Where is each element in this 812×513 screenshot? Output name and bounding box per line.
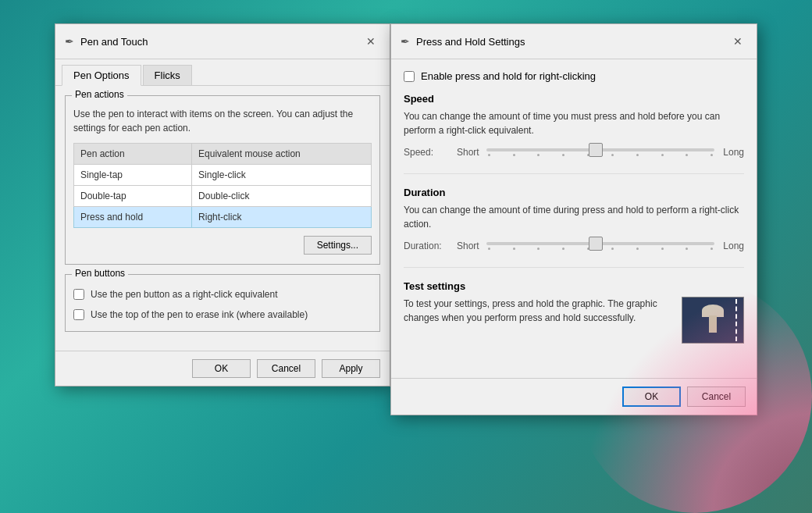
duration-slider-container	[486, 242, 714, 250]
press-hold-title-group: ✒ Press and Hold Settings	[401, 35, 525, 48]
pen-button-right-click-checkbox[interactable]	[73, 289, 84, 300]
speed-slider-thumb[interactable]	[589, 143, 603, 157]
table-row[interactable]: Double-tap Double-click	[74, 186, 372, 207]
duration-short-label: Short	[457, 240, 480, 251]
pen-touch-titlebar: ✒ Pen and Touch ✕	[55, 24, 390, 59]
action-press-hold: Press and hold	[74, 207, 192, 228]
duration-slider-thumb[interactable]	[589, 237, 603, 251]
table-row[interactable]: Single-tap Single-click	[74, 165, 372, 186]
speed-short-label: Short	[457, 147, 480, 158]
pen-top-erase-row[interactable]: Use the top of the pen to erase ink (whe…	[73, 308, 372, 322]
press-hold-dialog: ✒ Press and Hold Settings ✕ Enable press…	[390, 23, 757, 415]
action-single-tap: Single-tap	[74, 165, 192, 186]
pen-buttons-group: Pen buttons Use the pen button as a righ…	[65, 274, 380, 332]
col-pen-action: Pen action	[74, 144, 192, 165]
pen-touch-title: Pen and Touch	[80, 36, 148, 48]
pen-icon-ph: ✒	[401, 35, 410, 48]
press-hold-ok-button[interactable]: OK	[622, 387, 681, 407]
col-equivalent: Equivalent mouse action	[192, 144, 372, 165]
action-double-tap: Double-tap	[74, 186, 192, 207]
duration-slider-row: Duration: Short	[404, 240, 744, 251]
speed-slider-track	[486, 148, 714, 151]
enable-press-hold-label: Enable press and hold for right-clicking	[421, 70, 596, 82]
speed-slider-row: Speed: Short	[404, 147, 744, 158]
pen-touch-content: Pen actions Use the pen to interact with…	[55, 86, 390, 351]
duration-section: Duration You can change the amount of ti…	[404, 187, 744, 268]
pen-touch-cancel-button[interactable]: Cancel	[257, 359, 315, 378]
duration-title: Duration	[404, 187, 744, 198]
equiv-double-click: Double-click	[192, 186, 372, 207]
duration-label: Duration:	[404, 240, 451, 251]
test-settings-title: Test settings	[404, 280, 744, 292]
pen-button-right-click-label: Use the pen button as a right-click equi…	[91, 287, 277, 301]
equiv-right-click: Right-click	[192, 207, 372, 228]
pen-top-erase-label: Use the top of the pen to erase ink (whe…	[91, 308, 308, 322]
pen-top-erase-checkbox[interactable]	[73, 309, 84, 320]
speed-description: You can change the amount of time you mu…	[404, 109, 744, 137]
speed-title: Speed	[404, 93, 744, 105]
pen-touch-ok-button[interactable]: OK	[192, 359, 251, 378]
test-image[interactable]	[682, 297, 744, 344]
pen-touch-footer: OK Cancel Apply	[55, 351, 390, 386]
pen-buttons-legend: Pen buttons	[72, 268, 128, 279]
duration-slider-track	[486, 242, 714, 245]
tab-pen-options[interactable]: Pen Options	[62, 65, 141, 86]
equiv-single-click: Single-click	[192, 165, 372, 186]
test-settings-description: To test your settings, press and hold th…	[404, 297, 672, 325]
pen-button-right-click-row[interactable]: Use the pen button as a right-click equi…	[73, 287, 372, 301]
press-hold-title: Press and Hold Settings	[416, 36, 525, 48]
pen-icon: ✒	[65, 35, 74, 48]
table-row-selected[interactable]: Press and hold Right-click	[74, 207, 372, 228]
pen-actions-legend: Pen actions	[72, 89, 127, 100]
speed-section: Speed You can change the amount of time …	[404, 93, 744, 174]
pen-touch-close-button[interactable]: ✕	[361, 32, 380, 51]
mushroom-graphic	[701, 305, 725, 336]
enable-press-hold-checkbox[interactable]	[404, 71, 415, 82]
test-settings-section: Test settings To test your settings, pre…	[404, 280, 744, 354]
pen-touch-tabs: Pen Options Flicks	[55, 59, 390, 86]
speed-long-label: Long	[721, 147, 744, 158]
press-hold-content: Enable press and hold for right-clicking…	[391, 59, 757, 378]
tab-flicks[interactable]: Flicks	[143, 65, 192, 86]
pen-actions-description: Use the pen to interact with items on th…	[73, 107, 372, 135]
pen-actions-table: Pen action Equivalent mouse action Singl…	[73, 143, 372, 228]
duration-description: You can change the amount of time during…	[404, 203, 744, 231]
press-hold-cancel-button[interactable]: Cancel	[687, 387, 746, 407]
pen-touch-dialog: ✒ Pen and Touch ✕ Pen Options Flicks Pen…	[55, 23, 390, 387]
settings-button[interactable]: Settings...	[304, 236, 372, 255]
enable-press-hold-row[interactable]: Enable press and hold for right-clicking	[404, 70, 744, 82]
pen-actions-group: Pen actions Use the pen to interact with…	[65, 95, 380, 265]
press-hold-close-button[interactable]: ✕	[728, 32, 747, 51]
speed-slider-container	[486, 148, 714, 156]
duration-long-label: Long	[721, 240, 744, 251]
test-settings-row: To test your settings, press and hold th…	[404, 297, 744, 344]
pen-touch-title-group: ✒ Pen and Touch	[65, 35, 148, 48]
press-hold-footer: OK Cancel	[391, 378, 757, 415]
settings-btn-row: Settings...	[73, 236, 372, 255]
dashed-line	[735, 299, 737, 341]
speed-label: Speed:	[404, 147, 451, 158]
pen-touch-apply-button[interactable]: Apply	[322, 359, 380, 378]
press-hold-titlebar: ✒ Press and Hold Settings ✕	[391, 24, 757, 59]
